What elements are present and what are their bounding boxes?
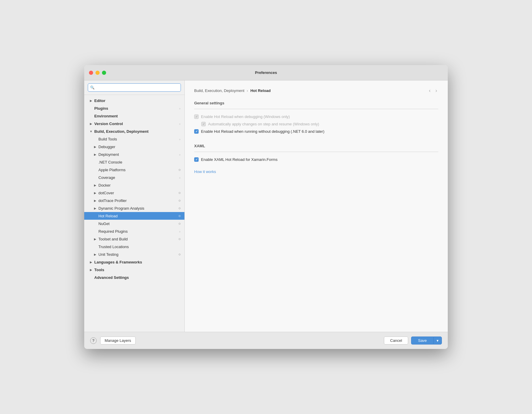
- breadcrumb-current: Hot Reload: [250, 88, 271, 93]
- sidebar-item-trusted-locations[interactable]: Trusted Locations: [84, 243, 184, 250]
- settings-icon: ≎: [178, 253, 181, 256]
- chevron-icon: ▶: [93, 184, 97, 187]
- sidebar-item-label: Editor: [94, 98, 181, 103]
- chevron-icon: ▶: [93, 191, 97, 195]
- sidebar-item-environment[interactable]: Environment: [84, 112, 184, 120]
- chevron-icon: ▶: [89, 261, 93, 264]
- sidebar-item-toolset-build[interactable]: ▶ Toolset and Build ≎: [84, 235, 184, 243]
- sidebar-item-dottrace[interactable]: ▶ dotTrace Profiler ≎: [84, 197, 184, 204]
- how-it-works-link[interactable]: How it works: [194, 169, 216, 174]
- search-input[interactable]: [88, 83, 181, 92]
- checkbox-enable-running[interactable]: [194, 129, 199, 134]
- sidebar-item-label: Dynamic Program Analysis: [98, 206, 177, 211]
- sidebar-item-plugins[interactable]: Plugins ⬦: [84, 104, 184, 112]
- sidebar-item-advanced-settings[interactable]: Advanced Settings: [84, 274, 184, 281]
- sidebar-item-label: Build Tools: [98, 137, 178, 141]
- checkbox-auto-apply[interactable]: [201, 122, 206, 126]
- sidebar-item-label: Trusted Locations: [98, 245, 181, 249]
- chevron-icon: ▶: [93, 237, 97, 241]
- settings-icon: ⬦: [179, 229, 181, 233]
- sidebar-item-version-control[interactable]: ▶ Version Control ⬦: [84, 120, 184, 127]
- window-controls: [89, 71, 106, 75]
- cancel-button[interactable]: Cancel: [384, 337, 408, 345]
- sidebar-item-docker[interactable]: ▶ Docker: [84, 181, 184, 189]
- sidebar-list: ▶ Editor Plugins ⬦ Environment ▶ V: [84, 95, 184, 332]
- xaml-section-title: XAML: [194, 144, 438, 148]
- main-content: 🔍 ▶ Editor Plugins ⬦: [84, 80, 448, 332]
- checkbox-xaml-hot-reload[interactable]: [194, 157, 199, 162]
- settings-icon: ⬦: [179, 106, 181, 110]
- sidebar-item-nuget[interactable]: NuGet ≎: [84, 220, 184, 227]
- sidebar-item-label: Environment: [94, 114, 181, 118]
- nav-back-button[interactable]: ‹: [428, 88, 432, 94]
- chevron-icon: ▶: [89, 122, 93, 125]
- sidebar: 🔍 ▶ Editor Plugins ⬦: [84, 80, 185, 332]
- sidebar-item-label: Hot Reload: [98, 214, 177, 218]
- sidebar-item-net-console[interactable]: .NET Console: [84, 158, 184, 166]
- sidebar-item-label: Plugins: [94, 106, 178, 111]
- xaml-divider: [194, 152, 438, 152]
- setting-row-debug: Enable Hot Reload when debugging (Window…: [194, 114, 438, 119]
- sidebar-item-label: Tools: [94, 268, 181, 272]
- save-button[interactable]: Save: [411, 337, 433, 345]
- sidebar-item-dotcover[interactable]: ▶ dotCover ≎: [84, 189, 184, 197]
- settings-icon: ⬦: [179, 137, 181, 141]
- search-wrapper: 🔍: [88, 83, 181, 92]
- chevron-icon: ▶: [93, 253, 97, 256]
- sidebar-item-label: Version Control: [94, 122, 178, 126]
- save-button-group: Save ▼: [411, 337, 442, 345]
- settings-icon: ≎: [178, 214, 181, 218]
- nav-forward-button[interactable]: ›: [434, 88, 438, 94]
- general-divider: [194, 109, 438, 109]
- settings-icon: ≎: [178, 191, 181, 195]
- settings-icon: ⬦: [179, 122, 181, 125]
- breadcrumb-parent: Build, Execution, Deployment: [194, 88, 244, 93]
- footer: ? Manage Layers Cancel Save ▼: [84, 332, 448, 349]
- chevron-icon: ▶: [93, 153, 97, 156]
- close-button[interactable]: [89, 71, 93, 75]
- setting-label-running: Enable Hot Reload when running without d…: [201, 129, 324, 134]
- sidebar-item-label: dotTrace Profiler: [98, 198, 177, 203]
- footer-right: Cancel Save ▼: [384, 337, 442, 345]
- sidebar-item-label: Toolset and Build: [98, 237, 177, 241]
- setting-row-auto-apply: Automatically apply changes on step and …: [201, 122, 438, 126]
- sidebar-item-label: Coverage: [98, 175, 178, 180]
- sidebar-item-label: Deployment: [98, 152, 178, 157]
- chevron-icon: ▶: [93, 145, 97, 148]
- sidebar-item-tools[interactable]: ▶ Tools: [84, 266, 184, 274]
- sidebar-item-unit-testing[interactable]: ▶ Unit Testing ≎: [84, 250, 184, 258]
- maximize-button[interactable]: [102, 71, 106, 75]
- sidebar-item-deployment[interactable]: ▶ Deployment ⬦: [84, 151, 184, 158]
- chevron-icon: ▶: [89, 99, 93, 102]
- setting-label-debug: Enable Hot Reload when debugging (Window…: [201, 114, 290, 119]
- sidebar-item-build-tools[interactable]: Build Tools ⬦: [84, 135, 184, 143]
- save-dropdown-button[interactable]: ▼: [433, 337, 442, 345]
- settings-icon: ⬦: [179, 176, 181, 179]
- settings-icon: ≎: [178, 222, 181, 226]
- sidebar-item-editor[interactable]: ▶ Editor: [84, 97, 184, 104]
- checkbox-enable-debug[interactable]: [194, 114, 199, 119]
- sidebar-item-build-execution[interactable]: ▼ Build, Execution, Deployment: [84, 127, 184, 135]
- settings-icon: ≎: [178, 237, 181, 241]
- settings-icon: ≎: [178, 199, 181, 203]
- sidebar-item-label: Docker: [98, 183, 181, 187]
- manage-layers-button[interactable]: Manage Layers: [100, 337, 136, 345]
- sidebar-item-label: .NET Console: [98, 160, 181, 164]
- sidebar-item-required-plugins[interactable]: Required Plugins ⬦: [84, 227, 184, 235]
- sidebar-item-languages-frameworks[interactable]: ▶ Languages & Frameworks: [84, 258, 184, 266]
- sidebar-item-debugger[interactable]: ▶ Debugger: [84, 143, 184, 151]
- help-button[interactable]: ?: [90, 337, 97, 344]
- sidebar-item-hot-reload[interactable]: Hot Reload ≎: [84, 212, 184, 220]
- sidebar-item-coverage[interactable]: Coverage ⬦: [84, 174, 184, 181]
- sidebar-item-dynamic-analysis[interactable]: ▶ Dynamic Program Analysis ≎: [84, 204, 184, 212]
- general-section-title: General settings: [194, 101, 438, 105]
- settings-icon: ⬦: [179, 153, 181, 156]
- nav-arrows: ‹ ›: [428, 88, 438, 94]
- setting-label-auto-apply: Automatically apply changes on step and …: [208, 122, 319, 126]
- settings-icon: ≎: [178, 168, 181, 172]
- sidebar-item-label: Languages & Frameworks: [94, 260, 181, 264]
- minimize-button[interactable]: [95, 71, 100, 75]
- breadcrumb: Build, Execution, Deployment › Hot Reloa…: [194, 88, 438, 94]
- sidebar-item-apple-platforms[interactable]: Apple Platforms ≎: [84, 166, 184, 174]
- search-container: 🔍: [84, 80, 184, 95]
